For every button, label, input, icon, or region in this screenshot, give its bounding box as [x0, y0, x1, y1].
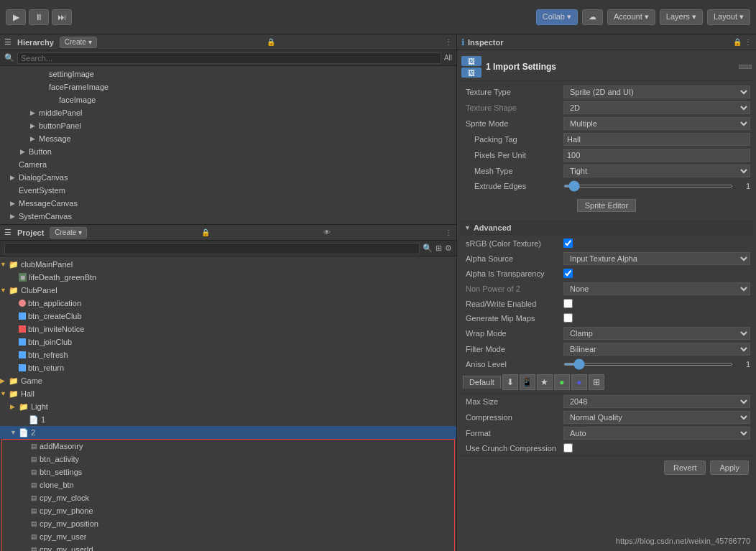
- srgb-checkbox[interactable]: [563, 239, 573, 248]
- compression-value[interactable]: Normal Quality: [563, 411, 750, 424]
- list-item[interactable]: ▤ cpy_mv_phone: [2, 504, 454, 517]
- filter-mode-select[interactable]: Bilinear: [563, 343, 750, 356]
- account-button[interactable]: Account ▾: [607, 9, 655, 25]
- list-item[interactable]: ▼ 📄 2: [0, 426, 456, 439]
- alpha-source-value[interactable]: Input Texture Alpha: [563, 252, 750, 265]
- mesh-type-select[interactable]: Tight: [563, 165, 750, 177]
- list-item[interactable]: ▶ MessageCanvas: [0, 197, 456, 210]
- generate-mip-checkbox[interactable]: [563, 313, 573, 323]
- texture-shape-value[interactable]: 2D: [563, 101, 750, 114]
- list-item[interactable]: ▤ addMasonry: [2, 440, 454, 453]
- list-item[interactable]: ◼ lifeDeath_greenBtn: [0, 271, 456, 284]
- revert-button[interactable]: Revert: [664, 460, 706, 475]
- list-item[interactable]: ▤ btn_settings: [2, 466, 454, 478]
- alpha-transparency-row: Alpha Is Transparency: [460, 267, 753, 281]
- blue-icon-btn[interactable]: ●: [571, 374, 587, 390]
- list-item[interactable]: settingImage: [0, 68, 456, 80]
- list-item[interactable]: ▶ 📁 Light: [0, 400, 456, 413]
- advanced-section-header[interactable]: ▼ Advanced: [460, 221, 753, 235]
- list-item[interactable]: ▼ 📁 clubMainPanel: [0, 258, 456, 271]
- max-size-select[interactable]: 2048: [563, 395, 750, 408]
- list-item[interactable]: ▼ 📁 Hall: [0, 387, 456, 400]
- list-item[interactable]: ▤ cpy_mv_position: [2, 517, 454, 530]
- project-search-input[interactable]: [4, 243, 420, 254]
- collab-button[interactable]: Collab ▾: [536, 9, 578, 25]
- download-icon-btn[interactable]: ⬇: [502, 374, 518, 390]
- phone-icon-btn[interactable]: 📱: [520, 374, 535, 390]
- non-power-row: Non Power of 2 None: [460, 281, 753, 297]
- open-button[interactable]: [739, 65, 752, 69]
- list-item[interactable]: ▶ Button: [0, 145, 456, 158]
- format-value[interactable]: Auto: [563, 427, 750, 440]
- use-crunch-checkbox[interactable]: [563, 443, 573, 453]
- list-item[interactable]: EventSystem: [0, 184, 456, 197]
- project-create-button[interactable]: Create ▾: [50, 227, 87, 239]
- list-item[interactable]: faceImage: [0, 93, 456, 106]
- list-item[interactable]: ▤ cpy_mv_user: [2, 530, 454, 543]
- packing-tag-value[interactable]: [563, 133, 750, 146]
- aniso-slider[interactable]: [563, 363, 733, 366]
- compression-select[interactable]: Normal Quality: [563, 411, 750, 424]
- inspector-more-icon[interactable]: ⋮: [745, 38, 752, 46]
- pixels-per-unit-input[interactable]: [563, 149, 750, 162]
- cloud-button[interactable]: ☁: [582, 9, 603, 25]
- filter-mode-value[interactable]: Bilinear: [563, 343, 750, 356]
- list-item[interactable]: ▶ DialogCanvas: [0, 171, 456, 184]
- mesh-type-value[interactable]: Tight: [563, 165, 750, 177]
- pause-button[interactable]: ⏸: [29, 9, 49, 25]
- aniso-number: 1: [736, 360, 750, 369]
- inspector-lock-icon[interactable]: 🔒: [733, 38, 742, 46]
- texture-shape-select[interactable]: 2D: [563, 101, 750, 114]
- wrap-mode-select[interactable]: Clamp: [563, 327, 750, 340]
- list-item[interactable]: 📄 1: [0, 413, 456, 426]
- hierarchy-create-button[interactable]: Create ▾: [60, 37, 97, 48]
- green-icon-btn[interactable]: ●: [554, 374, 570, 390]
- star-icon-btn[interactable]: ★: [537, 374, 553, 390]
- project-view-icon[interactable]: ⊞: [435, 244, 442, 253]
- list-item[interactable]: ▶ 📁 Game: [0, 374, 456, 387]
- format-select[interactable]: Auto: [563, 427, 750, 440]
- sprite-editor-button[interactable]: Sprite Editor: [577, 199, 637, 212]
- sprite-mode-value[interactable]: Multiple: [563, 117, 750, 130]
- list-item[interactable]: faceFrameImage: [0, 80, 456, 93]
- list-item[interactable]: btn_return: [0, 361, 456, 374]
- list-item[interactable]: btn_joinClub: [0, 335, 456, 348]
- list-item[interactable]: ▶ SystemCanvas: [0, 210, 456, 223]
- hierarchy-search-input[interactable]: [17, 52, 441, 64]
- list-item[interactable]: btn_refresh: [0, 348, 456, 361]
- packing-tag-input[interactable]: [563, 133, 750, 146]
- list-item[interactable]: ▤ cpy_mv_userId: [2, 543, 454, 551]
- alpha-transparency-checkbox[interactable]: [563, 269, 573, 278]
- texture-type-value[interactable]: Sprite (2D and UI): [563, 85, 750, 98]
- step-button[interactable]: ⏭: [52, 9, 72, 25]
- list-item[interactable]: btn_application: [0, 297, 456, 310]
- layout-button[interactable]: Layout ▾: [707, 9, 750, 25]
- list-item[interactable]: ▤ btn_activity: [2, 453, 454, 466]
- max-size-value[interactable]: 2048: [563, 395, 750, 408]
- wrap-mode-value[interactable]: Clamp: [563, 327, 750, 340]
- list-item[interactable]: ▶ buttonPanel: [0, 119, 456, 132]
- layers-button[interactable]: Layers ▾: [660, 9, 703, 25]
- non-power-value[interactable]: None: [563, 282, 750, 295]
- list-item[interactable]: ▤ cpy_mv_clock: [2, 491, 454, 504]
- non-power-select[interactable]: None: [563, 282, 750, 295]
- default-tab[interactable]: Default: [463, 376, 501, 389]
- pixels-per-unit-value[interactable]: [563, 149, 750, 162]
- sprite-mode-select[interactable]: Multiple: [563, 117, 750, 130]
- read-write-checkbox[interactable]: [563, 299, 573, 308]
- list-item[interactable]: ▼ 📁 ClubPanel: [0, 284, 456, 297]
- list-item[interactable]: ▤ clone_btn: [2, 478, 454, 491]
- apply-button[interactable]: Apply: [710, 460, 749, 475]
- extrude-edges-slider[interactable]: [563, 185, 733, 187]
- aniso-row: Aniso Level 1: [460, 357, 753, 371]
- texture-type-select[interactable]: Sprite (2D and UI): [563, 85, 750, 98]
- list-item[interactable]: ▶ Message: [0, 132, 456, 145]
- project-settings-icon[interactable]: ⚙: [445, 244, 452, 253]
- list-item[interactable]: btn_inviteNotice: [0, 323, 456, 335]
- alpha-source-select[interactable]: Input Texture Alpha: [563, 252, 750, 265]
- play-button[interactable]: ▶: [6, 9, 26, 25]
- grid-icon-btn[interactable]: ⊞: [589, 374, 604, 390]
- list-item[interactable]: ▶ middlePanel: [0, 106, 456, 119]
- list-item[interactable]: btn_createClub: [0, 310, 456, 323]
- list-item[interactable]: Camera: [0, 158, 456, 171]
